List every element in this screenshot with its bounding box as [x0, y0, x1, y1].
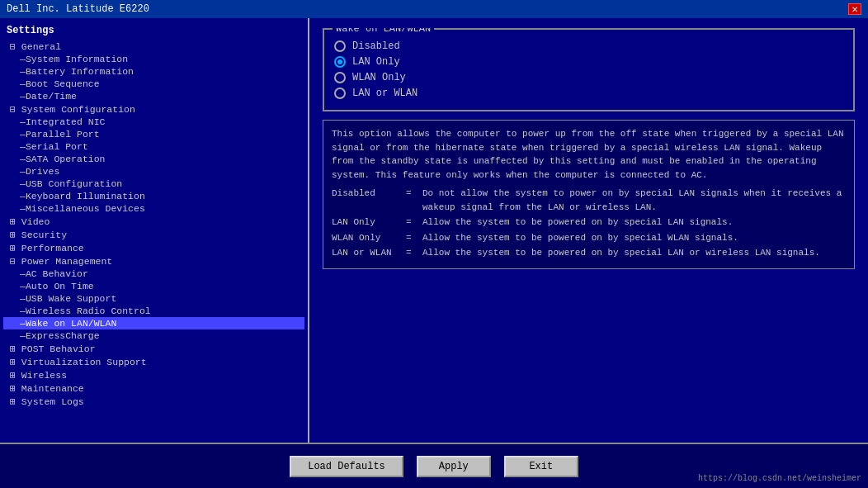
- desc-key: Disabled: [332, 187, 406, 214]
- sidebar-item-usb-configuration[interactable]: —USB Configuration: [3, 178, 304, 190]
- sidebar-item-battery-information[interactable]: —Battery Information: [3, 65, 304, 78]
- description-box: This option allows the computer to power…: [323, 120, 855, 269]
- desc-eq: =: [406, 216, 422, 230]
- desc-key: LAN Only: [332, 216, 406, 230]
- desc-val: Allow the system to be powered on by spe…: [422, 231, 846, 245]
- desc-row: WLAN Only = Allow the system to be power…: [332, 231, 846, 245]
- sidebar-item-post-behavior[interactable]: ⊞ POST Behavior: [3, 342, 304, 355]
- sidebar-item-maintenance[interactable]: ⊞ Maintenance: [3, 381, 304, 395]
- close-button[interactable]: ✕: [848, 3, 861, 15]
- desc-row: Disabled = Do not allow the system to po…: [332, 187, 846, 214]
- sidebar-item-system-configuration[interactable]: ⊟ System Configuration: [3, 102, 304, 116]
- sidebar-item-serial-port[interactable]: —Serial Port: [3, 140, 304, 153]
- sidebar-item-wireless[interactable]: ⊞ Wireless: [3, 368, 304, 381]
- sidebar-item-video[interactable]: ⊞ Video: [3, 215, 304, 228]
- radio-circle-lan-only: [334, 56, 346, 68]
- sidebar: Settings ⊟ General—System Information—Ba…: [0, 18, 309, 488]
- sidebar-item-usb-wake-support[interactable]: —USB Wake Support: [3, 292, 304, 305]
- wake-on-lan-section: Wake on LAN/WLAN DisabledLAN OnlyWLAN On…: [323, 28, 855, 111]
- desc-row: LAN Only = Allow the system to be powere…: [332, 216, 846, 230]
- sidebar-item-system-information[interactable]: —System Information: [3, 53, 304, 65]
- desc-val: Allow the system to be powered on by spe…: [422, 216, 846, 230]
- radio-circle-wlan-only: [334, 72, 346, 83]
- sidebar-item-integrated-nic[interactable]: —Integrated NIC: [3, 116, 304, 128]
- content-panel: Wake on LAN/WLAN DisabledLAN OnlyWLAN On…: [309, 18, 868, 488]
- tree-container: ⊟ General—System Information—Battery Inf…: [3, 40, 304, 408]
- desc-eq: =: [406, 231, 422, 245]
- sidebar-item-security[interactable]: ⊞ Security: [3, 228, 304, 241]
- radio-option-lan-or-wlan[interactable]: LAN or WLAN: [334, 88, 843, 99]
- load-defaults-button[interactable]: Load Defaults: [290, 456, 403, 477]
- sidebar-item-wireless-radio-control[interactable]: —Wireless Radio Control: [3, 305, 304, 317]
- window-title: Dell Inc. Latitude E6220: [7, 3, 149, 15]
- sidebar-item-drives[interactable]: —Drives: [3, 165, 304, 178]
- radio-option-lan-only[interactable]: LAN Only: [334, 56, 843, 68]
- sidebar-item-parallel-port[interactable]: —Parallel Port: [3, 128, 304, 140]
- desc-eq: =: [406, 246, 422, 260]
- sidebar-item-date-time[interactable]: —Date/Time: [3, 90, 304, 102]
- desc-key: WLAN Only: [332, 231, 406, 245]
- section-title: Wake on LAN/WLAN: [333, 28, 434, 35]
- desc-row: LAN or WLAN = Allow the system to be pow…: [332, 246, 846, 260]
- sidebar-item-boot-sequence[interactable]: —Boot Sequence: [3, 78, 304, 90]
- radio-options-container: DisabledLAN OnlyWLAN OnlyLAN or WLAN: [334, 40, 843, 99]
- desc-val: Allow the system to be powered on by spe…: [422, 246, 846, 260]
- exit-button[interactable]: Exit: [504, 456, 578, 477]
- sidebar-item-sata-operation[interactable]: —SATA Operation: [3, 153, 304, 165]
- sidebar-item-auto-on-time[interactable]: —Auto On Time: [3, 280, 304, 292]
- radio-label-wlan-only: WLAN Only: [352, 72, 406, 83]
- radio-option-wlan-only[interactable]: WLAN Only: [334, 72, 843, 83]
- desc-val: Do not allow the system to power on by s…: [422, 187, 846, 214]
- sidebar-item-wake-on-lan-wlan[interactable]: —Wake on LAN/WLAN: [3, 317, 304, 329]
- sidebar-item-general[interactable]: ⊟ General: [3, 40, 304, 53]
- desc-table: Disabled = Do not allow the system to po…: [332, 187, 846, 260]
- apply-button[interactable]: Apply: [417, 456, 491, 477]
- main-container: Settings ⊟ General—System Information—Ba…: [0, 18, 868, 488]
- radio-label-disabled: Disabled: [352, 40, 400, 52]
- radio-circle-disabled: [334, 40, 346, 52]
- radio-option-disabled[interactable]: Disabled: [334, 40, 843, 52]
- content-area: Wake on LAN/WLAN DisabledLAN OnlyWLAN On…: [323, 28, 855, 433]
- sidebar-title: Settings: [3, 25, 304, 36]
- desc-key: LAN or WLAN: [332, 246, 406, 260]
- sidebar-item-system-logs[interactable]: ⊞ System Logs: [3, 395, 304, 408]
- description-paragraph: This option allows the computer to power…: [332, 127, 846, 182]
- sidebar-item-ac-behavior[interactable]: —AC Behavior: [3, 268, 304, 280]
- watermark: https://blog.csdn.net/weinsheimer: [698, 474, 861, 483]
- sidebar-item-expresscharge[interactable]: —ExpressCharge: [3, 329, 304, 342]
- radio-label-lan-only: LAN Only: [352, 56, 400, 68]
- radio-label-lan-or-wlan: LAN or WLAN: [352, 88, 417, 99]
- sidebar-item-virtualization-support[interactable]: ⊞ Virtualization Support: [3, 355, 304, 368]
- sidebar-item-keyboard-illumination[interactable]: —Keyboard Illumination: [3, 190, 304, 202]
- radio-circle-lan-or-wlan: [334, 88, 346, 99]
- sidebar-item-power-management[interactable]: ⊟ Power Management: [3, 254, 304, 268]
- desc-eq: =: [406, 187, 422, 214]
- sidebar-item-performance[interactable]: ⊞ Performance: [3, 241, 304, 254]
- sidebar-item-miscellaneous-devices[interactable]: —Miscellaneous Devices: [3, 202, 304, 215]
- title-bar: Dell Inc. Latitude E6220 ✕: [0, 0, 868, 18]
